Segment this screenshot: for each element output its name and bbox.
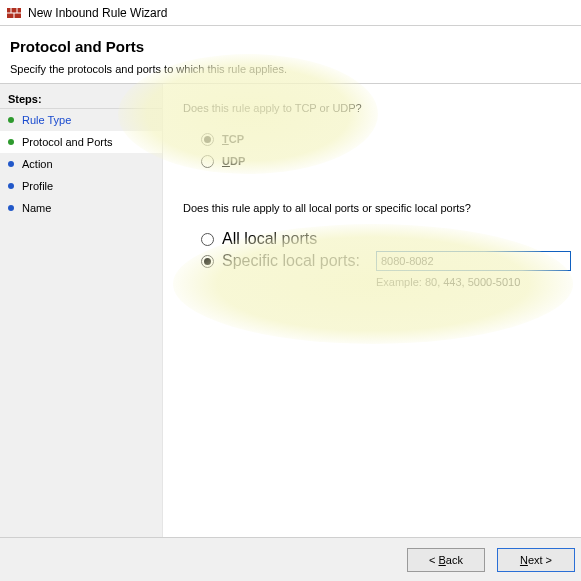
wizard-body: Steps: Rule Type Protocol and Ports Acti… [0, 84, 581, 537]
page-subtitle: Specify the protocols and ports to which… [10, 63, 571, 75]
step-profile[interactable]: Profile [0, 175, 162, 197]
step-rule-type[interactable]: Rule Type [0, 109, 162, 131]
radio-icon [201, 255, 214, 268]
step-protocol-and-ports[interactable]: Protocol and Ports [0, 131, 162, 153]
next-button[interactable]: Next > [497, 548, 575, 572]
ports-radio-group: All local ports Specific local ports: Ex… [183, 228, 571, 288]
specific-ports-input[interactable] [376, 251, 571, 271]
page-header: Protocol and Ports Specify the protocols… [0, 26, 581, 84]
steps-sidebar: Steps: Rule Type Protocol and Ports Acti… [0, 84, 163, 537]
protocol-radio-group: TCP UDP [201, 128, 571, 172]
ports-example-text: Example: 80, 443, 5000-5010 [376, 276, 571, 288]
radio-label: UDP [222, 155, 245, 167]
radio-label: TCP [222, 133, 244, 145]
radio-icon [201, 133, 214, 146]
radio-label: All local ports [222, 230, 317, 248]
window-title: New Inbound Rule Wizard [28, 6, 167, 20]
page-title: Protocol and Ports [10, 38, 571, 55]
step-label: Profile [22, 180, 53, 192]
step-label: Action [22, 158, 53, 170]
bullet-icon [8, 117, 14, 123]
radio-specific-local-ports[interactable]: Specific local ports: [183, 250, 571, 272]
radio-label: Specific local ports: [222, 252, 360, 270]
radio-tcp[interactable]: TCP [201, 128, 571, 150]
radio-icon [201, 155, 214, 168]
radio-icon [201, 233, 214, 246]
radio-udp[interactable]: UDP [201, 150, 571, 172]
firewall-icon [6, 5, 22, 21]
titlebar: New Inbound Rule Wizard [0, 0, 581, 26]
ports-question: Does this rule apply to all local ports … [183, 202, 571, 214]
content-panel: Does this rule apply to TCP or UDP? TCP … [163, 84, 581, 537]
step-label: Protocol and Ports [22, 136, 113, 148]
steps-heading: Steps: [0, 90, 162, 109]
step-name[interactable]: Name [0, 197, 162, 219]
bullet-icon [8, 139, 14, 145]
step-action[interactable]: Action [0, 153, 162, 175]
protocol-question: Does this rule apply to TCP or UDP? [183, 102, 571, 114]
radio-all-local-ports[interactable]: All local ports [183, 228, 571, 250]
back-button[interactable]: < Back [407, 548, 485, 572]
bullet-icon [8, 205, 14, 211]
bullet-icon [8, 161, 14, 167]
step-label: Name [22, 202, 51, 214]
wizard-footer: < Back Next > [0, 537, 581, 581]
step-label: Rule Type [22, 114, 71, 126]
bullet-icon [8, 183, 14, 189]
